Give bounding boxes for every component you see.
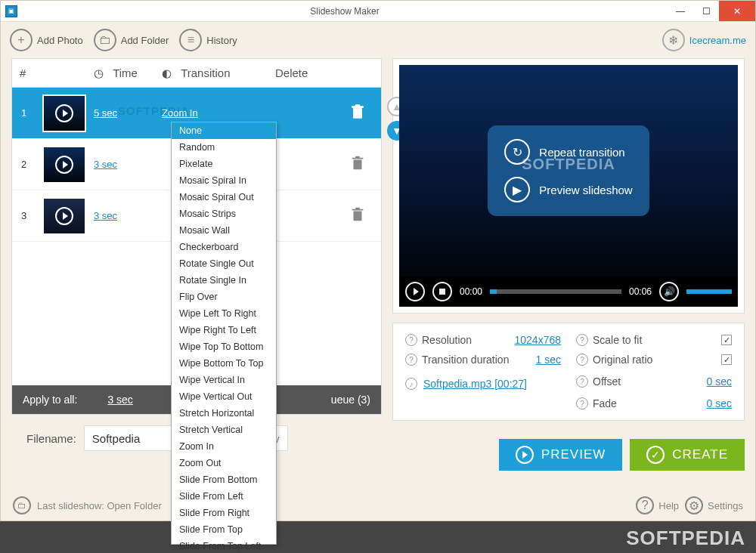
volume-slider[interactable] [686, 289, 732, 294]
apply-time-link[interactable]: 3 sec [107, 394, 132, 406]
time-link[interactable]: 3 sec [94, 210, 117, 221]
dropdown-item[interactable]: Checkerboard [172, 239, 276, 255]
help-icon[interactable]: ? [405, 334, 417, 346]
dropdown-item[interactable]: Stretch Horizontal [172, 405, 276, 422]
dropdown-item[interactable]: Stretch Vertical [172, 422, 276, 438]
dropdown-item[interactable]: Slide From Left [172, 488, 276, 505]
plus-icon: + [10, 29, 33, 51]
help-icon[interactable]: ? [576, 354, 588, 366]
trans-dur-value[interactable]: 1 sec [536, 354, 561, 366]
settings-button[interactable]: ⚙ Settings [685, 496, 743, 514]
app-window: ▣ Slideshow Maker — ☐ ✕ + Add Photo 🗀 Ad… [0, 0, 756, 521]
row-number: 1 [12, 107, 41, 119]
slide-thumbnail[interactable] [42, 146, 86, 184]
dropdown-item[interactable]: Pixelate [172, 156, 276, 172]
ratio-label: Original ratio [593, 354, 652, 366]
dropdown-item[interactable]: Wipe Vertical Out [172, 388, 276, 405]
dropdown-item[interactable]: Mosaic Wall [172, 222, 276, 239]
preview-slideshow-button[interactable]: ▶ Preview slideshow [504, 177, 632, 202]
brand-label: Icecream.me [689, 35, 746, 46]
fade-value[interactable]: 0 sec [707, 397, 732, 409]
play-icon [55, 104, 73, 122]
dropdown-item[interactable]: Wipe Top To Bottom [172, 338, 276, 355]
dropdown-item[interactable]: Wipe Bottom To Top [172, 355, 276, 372]
scale-label: Scale to fit [593, 334, 642, 346]
preview-button[interactable]: PREVIEW [499, 439, 622, 471]
video-preview: SOFTPEDIA ↻ Repeat transition ▶ Preview … [399, 65, 738, 276]
ratio-checkbox[interactable]: ✓ [721, 354, 732, 365]
play-button[interactable] [405, 282, 425, 301]
apply-label: Apply to all: [23, 394, 77, 406]
watermark-text: SOFTPEDIA [522, 156, 615, 173]
stop-button[interactable] [432, 282, 452, 301]
seek-bar[interactable] [490, 289, 621, 294]
trans-dur-label: Transition duration [422, 354, 509, 366]
transition-dropdown: NoneRandomPixelateMosaic Spiral InMosaic… [171, 122, 277, 545]
dropdown-item[interactable]: Wipe Right To Left [172, 322, 276, 338]
time-link[interactable]: 3 sec [94, 159, 117, 170]
dropdown-item[interactable]: Wipe Vertical In [172, 372, 276, 388]
page-watermark: SOFTPEDIA [626, 527, 745, 550]
help-icon: ? [636, 496, 654, 514]
time-link[interactable]: 5 sec [94, 107, 117, 119]
dropdown-item[interactable]: Mosaic Strips [172, 205, 276, 222]
dropdown-item[interactable]: Zoom In [172, 438, 276, 455]
dropdown-item[interactable]: Slide From Bottom [172, 471, 276, 488]
history-button[interactable]: ≡ History [179, 29, 237, 51]
delete-button[interactable] [349, 206, 366, 223]
dropdown-item[interactable]: Flip Over [172, 289, 276, 305]
clock-icon: ◷ [94, 66, 104, 80]
dropdown-item[interactable]: Slide From Top Left [172, 538, 276, 553]
dropdown-item[interactable]: Mosaic Spiral Out [172, 189, 276, 205]
close-button[interactable]: ✕ [719, 1, 755, 21]
dropdown-item[interactable]: Zoom Out [172, 455, 276, 471]
maximize-button[interactable]: ☐ [693, 1, 719, 21]
add-folder-label: Add Folder [121, 35, 169, 46]
add-folder-button[interactable]: 🗀 Add Folder [94, 29, 169, 51]
transition-link[interactable]: Zoom In [162, 107, 198, 119]
help-icon[interactable]: ? [576, 375, 588, 388]
slide-thumbnail[interactable] [42, 94, 86, 132]
volume-button[interactable]: 🔊 [659, 282, 679, 301]
offset-label: Offset [593, 375, 621, 388]
help-icon[interactable]: ? [576, 334, 588, 346]
add-photo-label: Add Photo [37, 35, 83, 46]
transition-icon: ◐ [162, 66, 172, 80]
dropdown-item[interactable]: Rotate Single In [172, 272, 276, 289]
window-title: Slideshow Maker [22, 6, 668, 17]
scale-checkbox[interactable]: ✓ [721, 335, 732, 345]
minimize-button[interactable]: — [668, 1, 693, 21]
delete-button[interactable] [349, 103, 366, 120]
dropdown-item[interactable]: None [172, 122, 276, 139]
add-photo-button[interactable]: + Add Photo [10, 29, 83, 51]
slide-thumbnail[interactable] [42, 197, 86, 235]
help-button[interactable]: ? Help [636, 496, 679, 514]
titlebar: ▣ Slideshow Maker — ☐ ✕ [1, 1, 755, 22]
dropdown-item[interactable]: Slide From Top [172, 521, 276, 538]
resolution-value[interactable]: 1024x768 [514, 334, 561, 346]
delete-button[interactable] [349, 155, 366, 171]
header-number: # [12, 66, 41, 79]
offset-value[interactable]: 0 sec [707, 375, 732, 388]
audio-icon[interactable]: ♪ [405, 378, 417, 390]
icecream-icon: ❄ [662, 29, 685, 51]
audio-file-link[interactable]: Softpedia.mp3 [00:27] [423, 378, 527, 390]
play-icon [55, 207, 73, 225]
check-icon [646, 446, 665, 464]
queue-label[interactable]: ueue (3) [331, 394, 370, 406]
play-icon: ▶ [504, 177, 530, 202]
create-button[interactable]: CREATE [630, 439, 745, 471]
help-icon[interactable]: ? [576, 397, 588, 409]
help-icon[interactable]: ? [405, 354, 417, 366]
dropdown-item[interactable]: Slide From Right [172, 505, 276, 521]
header-delete: Delete [275, 66, 381, 79]
player-controls: 00:00 00:06 🔊 [399, 276, 738, 307]
dropdown-item[interactable]: Rotate Single Out [172, 255, 276, 272]
last-slideshow-link[interactable]: Last slideshow: Open Folder [37, 500, 162, 511]
dropdown-item[interactable]: Mosaic Spiral In [172, 172, 276, 189]
brand-link[interactable]: ❄ Icecream.me [662, 29, 746, 51]
dropdown-item[interactable]: Random [172, 139, 276, 156]
dropdown-item[interactable]: Wipe Left To Right [172, 305, 276, 322]
history-label: History [206, 35, 237, 46]
toolbar: + Add Photo 🗀 Add Folder ≡ History ❄ Ice… [1, 22, 755, 58]
